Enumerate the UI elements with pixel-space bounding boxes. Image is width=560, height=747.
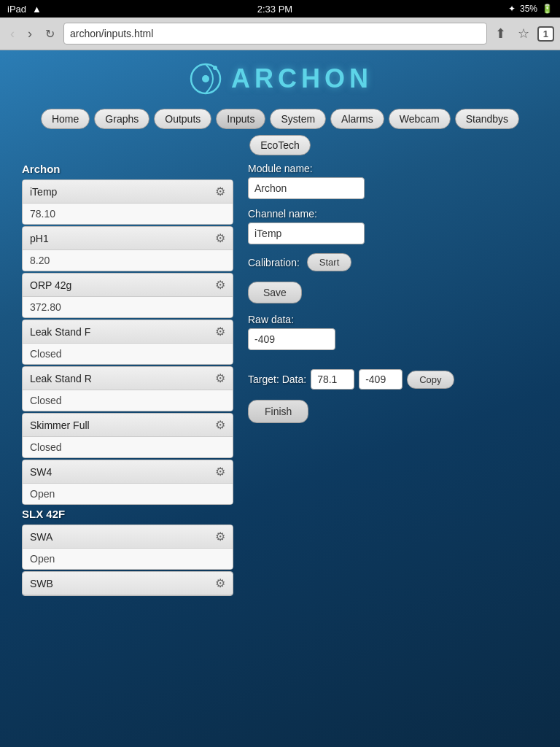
- sensor-leak-f-name: Leak Stand F: [30, 326, 90, 338]
- sensor-orp-name: ORP 42g: [30, 279, 71, 291]
- nav-standbys[interactable]: Standbys: [455, 109, 519, 129]
- archon-logo-icon: [187, 61, 224, 97]
- calibration-label: Calibration:: [248, 257, 300, 268]
- wifi-icon: ▲: [32, 4, 42, 15]
- sensor-orp-gear[interactable]: ⚙: [215, 278, 225, 292]
- sensor-orp-value: 372.80: [23, 297, 233, 317]
- sensor-ph1-gear[interactable]: ⚙: [215, 231, 225, 245]
- status-bar: iPad ▲ 2:33 PM ✦ 35% 🔋: [0, 0, 560, 18]
- target-data-row: Target: Data: Copy: [248, 369, 538, 390]
- nav-ecotech[interactable]: EcoTech: [249, 135, 311, 155]
- calibration-row: Calibration: Start: [248, 253, 538, 271]
- sensor-leak-r-name: Leak Stand R: [30, 373, 92, 384]
- sensor-leak-r: Leak Stand R ⚙ Closed: [22, 366, 233, 411]
- target-data-label: Target: Data:: [248, 374, 306, 385]
- nav-system[interactable]: System: [270, 109, 326, 129]
- sensor-swa-gear[interactable]: ⚙: [215, 530, 225, 543]
- sensor-ph1-name: pH1: [30, 233, 49, 244]
- module-name-row: Module name:: [248, 163, 538, 199]
- calibration-start-button[interactable]: Start: [307, 253, 351, 271]
- channel-name-input[interactable]: [248, 222, 365, 244]
- svg-point-2: [213, 66, 217, 70]
- nav-inputs[interactable]: Inputs: [216, 109, 265, 129]
- nav-menu: Home Graphs Outputs Inputs System Alarms…: [0, 103, 560, 135]
- nav-outputs[interactable]: Outputs: [154, 109, 211, 129]
- sensor-sw4-gear[interactable]: ⚙: [215, 465, 225, 479]
- battery-icon: 🔋: [542, 4, 553, 14]
- sensor-skimmer-gear[interactable]: ⚙: [215, 418, 225, 432]
- back-button[interactable]: ‹: [6, 25, 19, 43]
- refresh-button[interactable]: ↻: [41, 26, 59, 42]
- channel-name-label: Channel name:: [248, 208, 538, 220]
- module-name-input[interactable]: [248, 177, 365, 199]
- nav-second-row: EcoTech: [0, 135, 560, 155]
- forward-button[interactable]: ›: [23, 25, 36, 43]
- sensor-itemp-value: 78.10: [23, 204, 233, 224]
- left-panel: Archon iTemp ⚙ 78.10 pH1 ⚙ 8.20: [22, 163, 233, 597]
- copy-button[interactable]: Copy: [407, 371, 454, 389]
- sensor-swa-value: Open: [23, 549, 233, 569]
- nav-home[interactable]: Home: [41, 109, 90, 129]
- save-button[interactable]: Save: [248, 282, 302, 303]
- share-button[interactable]: ⬆: [491, 24, 510, 43]
- sensor-swb: SWB ⚙: [22, 571, 233, 596]
- sensor-swb-gear[interactable]: ⚙: [215, 576, 225, 590]
- carrier-label: iPad: [7, 4, 26, 15]
- battery-label: 35%: [520, 4, 537, 14]
- channel-name-row: Channel name:: [248, 208, 538, 244]
- sensor-leak-r-gear[interactable]: ⚙: [215, 371, 225, 385]
- sensor-swb-name: SWB: [30, 578, 53, 589]
- nav-alarms[interactable]: Alarms: [330, 109, 384, 129]
- main-content: Archon iTemp ⚙ 78.10 pH1 ⚙ 8.20: [0, 163, 560, 597]
- nav-graphs[interactable]: Graphs: [94, 109, 149, 129]
- sensor-sw4-value: Open: [23, 484, 233, 504]
- data-input[interactable]: [359, 369, 402, 390]
- browser-chrome: ‹ › ↻ ⬆ ☆ 1: [0, 18, 560, 50]
- raw-data-input[interactable]: [248, 328, 335, 350]
- sensor-sw4: SW4 ⚙ Open: [22, 460, 233, 505]
- sensor-skimmer: Skimmer Full ⚙ Closed: [22, 413, 233, 458]
- sensor-ph1: pH1 ⚙ 8.20: [22, 226, 233, 271]
- archon-section-title: Archon: [22, 163, 233, 175]
- slx-section: SLX 42F SWA ⚙ Open SWB ⚙: [22, 508, 233, 596]
- module-name-label: Module name:: [248, 163, 538, 174]
- target-input[interactable]: [311, 369, 354, 390]
- sensor-orp: ORP 42g ⚙ 372.80: [22, 273, 233, 318]
- sensor-ph1-value: 8.20: [23, 250, 233, 271]
- sensor-leak-f-value: Closed: [23, 344, 233, 364]
- sensor-skimmer-value: Closed: [23, 437, 233, 457]
- bookmark-button[interactable]: ☆: [514, 24, 533, 43]
- svg-point-1: [202, 75, 209, 82]
- tab-count[interactable]: 1: [537, 26, 554, 42]
- right-panel: Module name: Channel name: Calibration: …: [248, 163, 538, 597]
- time-display: 2:33 PM: [257, 4, 292, 15]
- sensor-itemp-gear[interactable]: ⚙: [215, 185, 225, 198]
- slx-section-title: SLX 42F: [22, 508, 233, 520]
- sensor-itemp: iTemp ⚙ 78.10: [22, 179, 233, 225]
- sensor-swa: SWA ⚙ Open: [22, 525, 233, 570]
- nav-webcam[interactable]: Webcam: [389, 109, 451, 129]
- bluetooth-icon: ✦: [508, 4, 516, 14]
- sensor-skimmer-name: Skimmer Full: [30, 419, 90, 431]
- sensor-leak-f: Leak Stand F ⚙ Closed: [22, 320, 233, 365]
- app-container: ARCHON Home Graphs Outputs Inputs System…: [0, 50, 560, 747]
- logo-text: ARCHON: [231, 63, 373, 94]
- sensor-leak-r-value: Closed: [23, 390, 233, 411]
- raw-data-label: Raw data:: [248, 314, 538, 325]
- sensor-swa-name: SWA: [30, 531, 52, 543]
- sensor-leak-f-gear[interactable]: ⚙: [215, 325, 225, 338]
- logo-area: ARCHON: [0, 50, 560, 103]
- url-bar[interactable]: [63, 23, 487, 44]
- sensor-sw4-name: SW4: [30, 466, 52, 478]
- finish-button[interactable]: Finish: [248, 400, 308, 423]
- sensor-itemp-name: iTemp: [30, 186, 57, 198]
- raw-data-row: Raw data:: [248, 314, 538, 360]
